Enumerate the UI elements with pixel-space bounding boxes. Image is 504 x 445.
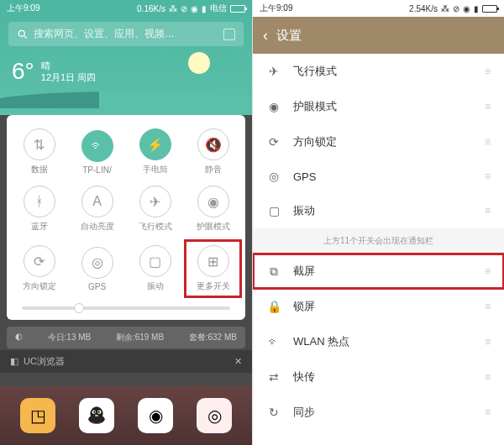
status-time: 上午9:09 xyxy=(7,3,39,14)
weather-cond: 晴 xyxy=(41,60,96,71)
drag-handle-icon[interactable]: ≡ xyxy=(485,65,491,77)
settings-row-airplane[interactable]: ✈飞行模式≡ xyxy=(253,54,504,89)
qs-tile-vibrate[interactable]: ▢振动 xyxy=(126,239,184,298)
data-usage-strip[interactable]: ◐ 今日:13 MB 剩余:619 MB 套餐:632 MB xyxy=(7,327,245,348)
qs-tile-wifi[interactable]: ᯤTP-LIN/ xyxy=(68,125,126,179)
search-icon xyxy=(17,29,29,40)
status-bar: 上午9:09 2.54K/s ⁂ ⊘ ◉ ▮ xyxy=(253,0,504,17)
qs-tile-label: 蓝牙 xyxy=(31,221,48,233)
qs-tile-gps[interactable]: ◎GPS xyxy=(68,239,126,298)
qs-tile-label: 护眼模式 xyxy=(197,221,230,233)
qs-tile-more[interactable]: ⊞更多开关 xyxy=(184,239,242,298)
drag-handle-icon[interactable]: ≡ xyxy=(485,265,491,277)
status-time: 上午9:09 xyxy=(260,3,292,14)
drag-handle-icon[interactable]: ≡ xyxy=(485,205,491,217)
svg-point-6 xyxy=(93,411,95,413)
qs-tile-airplane[interactable]: ✈飞行模式 xyxy=(126,182,184,236)
qs-tile-orient[interactable]: ⟳方向锁定 xyxy=(10,239,68,298)
scan-icon[interactable] xyxy=(223,29,235,40)
dock-app-1[interactable]: ◳ xyxy=(20,398,55,433)
settings-row-label: 方向锁定 xyxy=(293,134,485,149)
qs-tile-torch[interactable]: ⚡手电筒 xyxy=(126,125,184,179)
wifi-icon: ◉ xyxy=(191,4,198,13)
brightness-slider[interactable] xyxy=(22,306,230,310)
settings-row-label: 快传 xyxy=(293,369,485,385)
eye-icon: ◉ xyxy=(266,100,281,113)
hills-deco xyxy=(0,92,252,108)
qs-tile-auto-bright[interactable]: A自动亮度 xyxy=(68,182,126,236)
uc-icon: ◧ xyxy=(10,356,18,367)
qs-tile-label: TP-LIN/ xyxy=(82,165,111,175)
settings-row-vibrate[interactable]: ▢振动≡ xyxy=(253,193,504,228)
wifi-icon: ◉ xyxy=(463,4,470,13)
qs-tile-bluetooth[interactable]: ᚼ蓝牙 xyxy=(10,182,68,236)
drag-handle-icon[interactable]: ≡ xyxy=(485,136,491,148)
drag-handle-icon[interactable]: ≡ xyxy=(485,336,491,348)
notification-panel: 上午9:09 0.16K/s ⁂ ⊘ ◉ ▮ 电信 搜索网页、设置、应用、视频…… xyxy=(0,0,252,115)
data-today: 今日:13 MB xyxy=(48,332,92,343)
settings-header: ‹ 设置 xyxy=(253,17,504,54)
settings-row-label: 截屏 xyxy=(293,264,485,279)
phone-right: 上午9:09 2.54K/s ⁂ ⊘ ◉ ▮ ‹ 设置 ✈飞行模式≡◉护眼模式≡… xyxy=(252,0,504,445)
close-icon[interactable]: ✕ xyxy=(234,356,242,367)
section-note: 上方11个开关会出现在通知栏 xyxy=(253,228,504,254)
settings-row-eye[interactable]: ◉护眼模式≡ xyxy=(253,89,504,124)
qs-tile-eye[interactable]: ◉护眼模式 xyxy=(184,182,242,236)
drag-handle-icon[interactable]: ≡ xyxy=(485,301,491,312)
battery-icon xyxy=(230,5,245,13)
dock-app-4[interactable]: ◎ xyxy=(197,398,232,433)
bluetooth-icon: ⁂ xyxy=(441,4,449,13)
settings-row-hotspot[interactable]: ᯤWLAN 热点≡ xyxy=(253,324,504,359)
settings-row-lock[interactable]: 🔒锁屏≡ xyxy=(253,289,504,324)
dock-app-qq[interactable] xyxy=(79,398,114,433)
qs-tile-data-arrows[interactable]: ⇅数据 xyxy=(10,125,68,179)
torch-icon: ⚡ xyxy=(139,128,171,160)
settings-row-orient[interactable]: ⟳方向锁定≡ xyxy=(253,124,504,160)
settings-row-transfer[interactable]: ⇄快传≡ xyxy=(253,359,504,395)
settings-list[interactable]: ✈飞行模式≡◉护眼模式≡⟳方向锁定≡◎GPS≡▢振动≡ 上方11个开关会出现在通… xyxy=(253,54,504,445)
settings-row-label: 同步 xyxy=(293,405,485,420)
status-right: 0.16K/s ⁂ ⊘ ◉ ▮ 电信 xyxy=(137,3,245,14)
qs-tile-label: 方向锁定 xyxy=(23,280,56,292)
qs-tile-label: 自动亮度 xyxy=(81,221,114,233)
vibrate-icon: ▢ xyxy=(266,204,281,217)
drag-handle-icon[interactable]: ≡ xyxy=(485,406,491,418)
orient-icon: ⟳ xyxy=(266,135,281,149)
vibrate-icon: ▢ xyxy=(139,245,171,277)
back-button[interactable]: ‹ xyxy=(263,27,268,44)
settings-row-screenshot[interactable]: ⧉截屏≡ xyxy=(253,254,504,289)
bluetooth-icon: ⁂ xyxy=(169,4,177,13)
dock: ◳ ◉ ◎ xyxy=(0,386,252,445)
settings-row-label: 振动 xyxy=(293,203,485,218)
settings-row-sync[interactable]: ↻同步≡ xyxy=(253,395,504,430)
drag-handle-icon[interactable]: ≡ xyxy=(485,101,491,113)
search-bar[interactable]: 搜索网页、设置、应用、视频… xyxy=(8,22,244,46)
screenshot-icon: ⧉ xyxy=(266,264,281,279)
lock-icon: 🔒 xyxy=(266,300,281,313)
qs-tile-label: 飞行模式 xyxy=(139,221,172,233)
data-icon: ◐ xyxy=(15,332,23,343)
search-placeholder: 搜索网页、设置、应用、视频… xyxy=(34,27,223,41)
uc-notification[interactable]: ◧ UC浏览器 ✕ xyxy=(0,350,252,373)
dock-app-3[interactable]: ◉ xyxy=(138,398,173,433)
qs-tile-mute[interactable]: 🔇静音 xyxy=(184,125,242,179)
settings-row-label: GPS xyxy=(293,170,485,183)
svg-point-0 xyxy=(18,30,24,36)
qs-tile-label: 静音 xyxy=(205,164,222,175)
slider-thumb[interactable] xyxy=(74,303,84,313)
svg-point-7 xyxy=(98,411,100,413)
drag-handle-icon[interactable]: ≡ xyxy=(485,371,491,383)
settings-row-label: 锁屏 xyxy=(293,299,485,314)
settings-row-gps[interactable]: ◎GPS≡ xyxy=(253,160,504,193)
drag-handle-icon[interactable]: ≡ xyxy=(485,170,491,182)
sun-icon xyxy=(188,52,210,74)
settings-row-label: WLAN 热点 xyxy=(293,334,485,349)
qs-tile-label: GPS xyxy=(88,282,106,291)
weather-widget[interactable]: 6° 晴 12月1日 周四 xyxy=(0,51,252,92)
phone-left: 上午9:09 0.16K/s ⁂ ⊘ ◉ ▮ 电信 搜索网页、设置、应用、视频…… xyxy=(0,0,252,445)
weather-date: 12月1日 周四 xyxy=(41,71,96,83)
status-bar: 上午9:09 0.16K/s ⁂ ⊘ ◉ ▮ 电信 xyxy=(0,0,252,17)
status-right: 2.54K/s ⁂ ⊘ ◉ ▮ xyxy=(409,4,497,13)
qs-tile-label: 手电筒 xyxy=(143,164,168,175)
airplane-icon: ✈ xyxy=(139,186,171,217)
